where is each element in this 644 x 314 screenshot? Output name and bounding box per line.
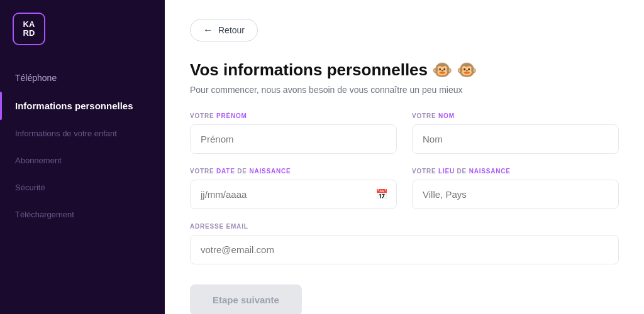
kard-logo: KA RD [13,13,45,45]
sidebar-item-informations-enfant[interactable]: Informations de votre enfant [0,120,165,147]
back-arrow-icon: ← [203,24,213,36]
nom-input[interactable] [412,124,619,154]
prenom-group: VOTRE PRÉNOM [190,112,397,154]
name-row: VOTRE PRÉNOM VOTRE NOM [190,112,619,154]
submit-button[interactable]: Etape suivante [190,284,302,314]
email-row: ADRESSE EMAIL [190,223,619,264]
date-naissance-input[interactable] [190,180,397,209]
lieu-naissance-group: VOTRE LIEU DE NAISSANCE [412,168,619,209]
logo-area: KA RD [0,0,165,64]
main-content: ← Retour Vos informations personnelles 🐵… [165,0,644,314]
date-naissance-label: VOTRE DATE DE NAISSANCE [190,168,397,175]
sidebar-item-abonnement[interactable]: Abonnement [0,147,165,174]
sidebar-item-securite[interactable]: Sécurité [0,174,165,201]
birth-row: VOTRE DATE DE NAISSANCE 📅 VOTRE LIEU DE … [190,168,619,209]
prenom-input[interactable] [190,124,397,154]
sidebar-nav: Téléphone Informations personnelles Info… [0,64,165,314]
lieu-naissance-input[interactable] [412,180,619,209]
back-button[interactable]: ← Retour [190,19,258,41]
lieu-naissance-label: VOTRE LIEU DE NAISSANCE [412,168,619,175]
prenom-label: VOTRE PRÉNOM [190,112,397,119]
sidebar-item-telechargement[interactable]: Téléchargement [0,201,165,228]
email-group: ADRESSE EMAIL [190,223,619,264]
page-subtitle: Pour commencer, nous avons besoin de vou… [190,85,619,95]
nom-group: VOTRE NOM [412,112,619,154]
sidebar-item-telephone[interactable]: Téléphone [0,64,165,92]
email-label: ADRESSE EMAIL [190,223,619,230]
email-input[interactable] [190,235,619,264]
back-label: Retour [218,25,245,35]
date-naissance-group: VOTRE DATE DE NAISSANCE 📅 [190,168,397,209]
date-wrapper: 📅 [190,180,397,209]
page-title: Vos informations personnelles 🐵 🐵 [190,60,619,80]
sidebar-item-informations-personnelles[interactable]: Informations personnelles [0,92,165,120]
nom-label: VOTRE NOM [412,112,619,119]
sidebar: KA RD Téléphone Informations personnelle… [0,0,165,314]
